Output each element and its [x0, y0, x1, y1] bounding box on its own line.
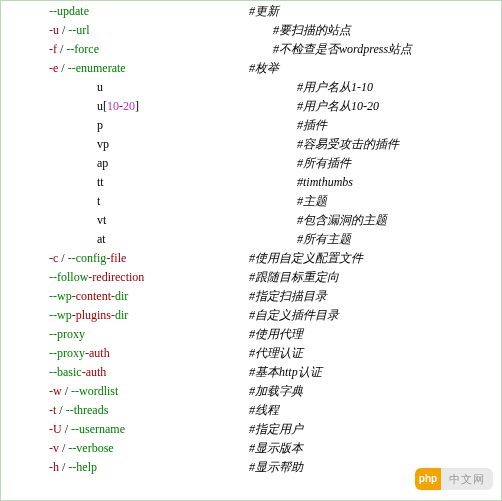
- option-row: at#所有主题: [1, 231, 501, 250]
- option-row: -h / --help#显示帮助: [1, 459, 501, 478]
- option-row: --proxy#使用代理: [1, 326, 501, 345]
- option-text: vt: [97, 214, 106, 226]
- option-comment: #指定扫描目录: [249, 290, 327, 302]
- option-comment: #所有主题: [297, 233, 351, 245]
- option-text: --follow-redirection: [49, 271, 144, 283]
- option-text: vp: [97, 138, 109, 150]
- option-comment: #加载字典: [249, 385, 303, 397]
- option-row: --basic-auth#基本http认证: [1, 364, 501, 383]
- option-comment: #显示帮助: [249, 461, 303, 473]
- option-text: --wp-plugins-dir: [49, 309, 128, 321]
- option-comment: #跟随目标重定向: [249, 271, 339, 283]
- option-row: -t / --threads#线程: [1, 402, 501, 421]
- option-comment: #线程: [249, 404, 279, 416]
- option-comment: #枚举: [249, 62, 279, 74]
- option-row: -e / --enumerate#枚举: [1, 60, 501, 79]
- option-row: -c / --config-file#使用自定义配置文件: [1, 250, 501, 269]
- option-text: -e / --enumerate: [49, 62, 126, 74]
- option-text: --wp-content-dir: [49, 290, 128, 302]
- option-comment: #包含漏洞的主题: [297, 214, 387, 226]
- option-text: p: [97, 119, 103, 131]
- option-row: t#主题: [1, 193, 501, 212]
- option-row: --wp-content-dir#指定扫描目录: [1, 288, 501, 307]
- option-text: ap: [97, 157, 108, 169]
- option-comment: #所有插件: [297, 157, 351, 169]
- option-comment: #用户名从10-20: [297, 100, 379, 112]
- option-row: u[10-20]#用户名从10-20: [1, 98, 501, 117]
- option-text: -v / --verbose: [49, 442, 114, 454]
- option-comment: #timthumbs: [297, 176, 353, 188]
- option-row: vt#包含漏洞的主题: [1, 212, 501, 231]
- option-comment: #更新: [249, 5, 279, 17]
- option-row: --follow-redirection#跟随目标重定向: [1, 269, 501, 288]
- option-text: at: [97, 233, 106, 245]
- option-row: p#插件: [1, 117, 501, 136]
- option-comment: #不检查是否wordpress站点: [273, 43, 412, 55]
- option-text: --basic-auth: [49, 366, 106, 378]
- option-comment: #主题: [297, 195, 327, 207]
- option-row: -f / --force#不检查是否wordpress站点: [1, 41, 501, 60]
- option-text: -c / --config-file: [49, 252, 126, 264]
- option-text: tt: [97, 176, 104, 188]
- option-row: ap#所有插件: [1, 155, 501, 174]
- option-text: --update: [49, 5, 89, 17]
- option-row: u#用户名从1-10: [1, 79, 501, 98]
- option-text: -h / --help: [49, 461, 97, 473]
- option-text: -u / --url: [49, 24, 90, 36]
- option-row: -U / --username#指定用户: [1, 421, 501, 440]
- option-comment: #插件: [297, 119, 327, 131]
- option-comment: #容易受攻击的插件: [297, 138, 399, 150]
- option-text: -w / --wordlist: [49, 385, 118, 397]
- option-comment: #使用自定义配置文件: [249, 252, 363, 264]
- option-comment: #要扫描的站点: [273, 24, 351, 36]
- option-row: tt#timthumbs: [1, 174, 501, 193]
- option-row: --proxy-auth#代理认证: [1, 345, 501, 364]
- option-comment: #基本http认证: [249, 366, 322, 378]
- option-comment: #显示版本: [249, 442, 303, 454]
- option-text: u[10-20]: [97, 100, 139, 112]
- option-comment: #自定义插件目录: [249, 309, 339, 321]
- option-comment: #代理认证: [249, 347, 303, 359]
- option-text: --proxy: [49, 328, 85, 340]
- option-text: -t / --threads: [49, 404, 108, 416]
- option-comment: #用户名从1-10: [297, 81, 373, 93]
- option-row: --update#更新: [1, 3, 501, 22]
- option-comment: #使用代理: [249, 328, 303, 340]
- option-text: u: [97, 81, 103, 93]
- option-comment: #指定用户: [249, 423, 303, 435]
- option-row: -v / --verbose#显示版本: [1, 440, 501, 459]
- option-list: --update#更新-u / --url#要扫描的站点-f / --force…: [1, 1, 501, 478]
- option-row: --wp-plugins-dir#自定义插件目录: [1, 307, 501, 326]
- option-text: -U / --username: [49, 423, 125, 435]
- option-row: -u / --url#要扫描的站点: [1, 22, 501, 41]
- option-text: --proxy-auth: [49, 347, 110, 359]
- option-text: -f / --force: [49, 43, 99, 55]
- option-row: -w / --wordlist#加载字典: [1, 383, 501, 402]
- option-text: t: [97, 195, 100, 207]
- option-row: vp#容易受攻击的插件: [1, 136, 501, 155]
